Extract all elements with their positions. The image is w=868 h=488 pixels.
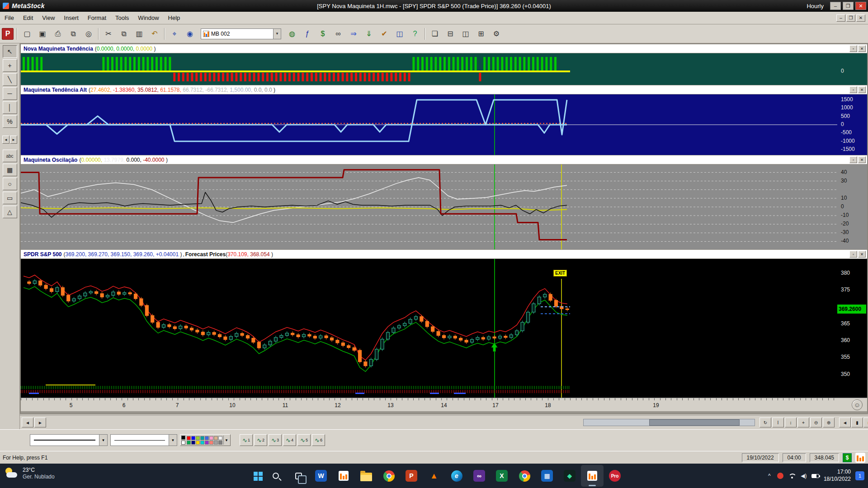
- chart-style-button-4[interactable]: ∿4: [283, 434, 296, 446]
- edge-icon[interactable]: e: [445, 465, 468, 487]
- open-chart-button[interactable]: ▣: [35, 27, 50, 41]
- chart-style-button-6[interactable]: ∿6: [312, 434, 325, 446]
- expert-advisor-button[interactable]: ⇒: [346, 27, 361, 41]
- grid-tool[interactable]: ▦: [3, 164, 17, 176]
- panel-tendencia-alt[interactable]: 150010005000-500-1000-1500: [21, 94, 867, 155]
- horizontal-scrollbar[interactable]: [583, 419, 755, 426]
- web-button[interactable]: ◍: [285, 27, 299, 41]
- file-explorer-icon[interactable]: [355, 465, 377, 487]
- copy-button[interactable]: ⧉: [117, 27, 131, 41]
- panel-close-button[interactable]: ✕: [858, 86, 866, 93]
- close-button[interactable]: ✕: [855, 2, 866, 10]
- panel-header-price[interactable]: SPDR S&P 500 (369.200, 369.270, 369.150,…: [21, 250, 867, 259]
- palette-color[interactable]: [200, 441, 204, 445]
- store-icon[interactable]: ▦: [536, 465, 558, 487]
- menu-help[interactable]: Help: [164, 13, 185, 23]
- oscilacao-chart[interactable]: [21, 164, 837, 249]
- child-minimize-button[interactable]: –: [836, 14, 845, 22]
- chrome-icon[interactable]: [377, 465, 400, 487]
- layout-select[interactable]: MB 002▼: [201, 28, 281, 39]
- menu-format[interactable]: Format: [83, 13, 111, 23]
- date-axis[interactable]: 5671011121314171819 ☺: [21, 398, 867, 411]
- tile-grid-button[interactable]: ⊞: [474, 27, 488, 41]
- palette-color[interactable]: [218, 436, 222, 440]
- menu-window[interactable]: Window: [133, 13, 163, 23]
- search-button[interactable]: [264, 465, 287, 487]
- dollar-button[interactable]: $: [316, 27, 330, 41]
- undo-button[interactable]: ↶: [147, 27, 162, 41]
- palette-color[interactable]: [205, 436, 209, 440]
- panel-close-button[interactable]: ✕: [858, 45, 866, 52]
- text-tool[interactable]: abc: [3, 150, 17, 162]
- panel-restore-button[interactable]: ▫: [849, 156, 857, 163]
- indicator-builder-button[interactable]: ƒ: [300, 27, 315, 41]
- panel-price[interactable]: EXIT 369.2600 380375365360355350: [21, 259, 867, 398]
- scroll-left-button[interactable]: ◄: [2, 136, 9, 144]
- crosshair-button[interactable]: ⌖: [167, 27, 182, 41]
- power-console-button[interactable]: P: [2, 28, 14, 40]
- chart-scan-button[interactable]: ◫: [392, 27, 407, 41]
- crosshair-mode-button[interactable]: I: [772, 418, 784, 427]
- dropdown-arrow-icon[interactable]: ▼: [273, 29, 281, 39]
- palette-color[interactable]: [209, 436, 213, 440]
- menu-tools[interactable]: Tools: [111, 13, 133, 23]
- dropdown-arrow-icon[interactable]: ▼: [223, 436, 229, 445]
- copy-window-button[interactable]: ⧉: [66, 27, 80, 41]
- line-weight-select[interactable]: ▼: [110, 434, 177, 446]
- cascade-windows-button[interactable]: ❏: [428, 27, 442, 41]
- palette-color[interactable]: [218, 441, 222, 445]
- taskview-button[interactable]: [287, 465, 310, 487]
- zoom-button[interactable]: ◉: [183, 27, 197, 41]
- panel-oscilacao[interactable]: 4030100-10-20-30-40: [21, 164, 867, 249]
- tile-vertical-button[interactable]: ◫: [458, 27, 473, 41]
- notification-badge[interactable]: 1: [855, 471, 864, 480]
- crosshair-tool[interactable]: +: [3, 59, 17, 72]
- options-gear-button[interactable]: ⚙: [489, 27, 504, 41]
- panel-header-tendencia[interactable]: Nova Maquineta Tendência (0.0000, 0.0000…: [21, 44, 867, 53]
- child-restore-button[interactable]: ❐: [846, 14, 855, 22]
- paste-button[interactable]: ▥: [132, 27, 146, 41]
- pan-button[interactable]: +: [797, 418, 809, 427]
- vertical-zoom-button[interactable]: ↕: [785, 418, 797, 427]
- palette-color[interactable]: [214, 436, 218, 440]
- panel-close-button[interactable]: ✕: [858, 156, 866, 163]
- rectangle-tool[interactable]: ▭: [3, 192, 17, 204]
- visual-studio-icon[interactable]: ∞: [468, 465, 491, 487]
- palette-color[interactable]: [181, 436, 185, 440]
- pointer-tool[interactable]: ↖: [3, 45, 17, 58]
- metastock-active-icon[interactable]: [581, 465, 604, 487]
- vertical-line-tool[interactable]: │: [3, 101, 17, 114]
- menu-edit[interactable]: Edit: [19, 13, 38, 23]
- palette-color[interactable]: [209, 441, 213, 445]
- dollar-status-icon[interactable]: $: [843, 453, 852, 462]
- palette-color[interactable]: [187, 436, 191, 440]
- palette-color[interactable]: [205, 441, 209, 445]
- wifi-icon[interactable]: [788, 471, 796, 480]
- word-icon[interactable]: W: [310, 465, 332, 487]
- panel-header-tendencia-alt[interactable]: Maquineta Tendência Alt (27.4602, -1.383…: [21, 85, 867, 94]
- panel-close-button[interactable]: ✕: [858, 251, 866, 258]
- palette-color[interactable]: [196, 441, 200, 445]
- metastock-status-icon[interactable]: [855, 453, 865, 463]
- tendencia-chart[interactable]: [21, 53, 837, 85]
- chart-style-button-5[interactable]: ∿5: [297, 434, 311, 446]
- panel-header-oscilacao[interactable]: Maquineta Oscilação (0.00000, 13.7979, 0…: [21, 155, 867, 164]
- fibonacci-tool[interactable]: %: [3, 115, 17, 128]
- refresh-button[interactable]: ↻: [760, 418, 771, 427]
- metastock-icon[interactable]: [332, 465, 355, 487]
- palette-color[interactable]: [187, 441, 191, 445]
- panel-tendencia[interactable]: 0: [21, 53, 867, 85]
- palette-color[interactable]: [181, 441, 185, 445]
- palette-color[interactable]: [191, 436, 195, 440]
- print-preview-button[interactable]: ◎: [81, 27, 96, 41]
- advisor-button[interactable]: ?: [408, 27, 422, 41]
- downloader-button[interactable]: ⇓: [362, 27, 376, 41]
- page-right-button[interactable]: ►: [863, 418, 868, 427]
- chart-style-button-1[interactable]: ∿1: [240, 434, 253, 446]
- scroll-chart-right-button[interactable]: ►: [34, 418, 46, 427]
- palette-color[interactable]: [191, 441, 195, 445]
- triangle-tool[interactable]: △: [3, 206, 17, 218]
- powerpoint-icon[interactable]: P: [400, 465, 423, 487]
- vlc-icon[interactable]: ▲: [423, 465, 445, 487]
- smiley-button[interactable]: ☺: [852, 399, 863, 410]
